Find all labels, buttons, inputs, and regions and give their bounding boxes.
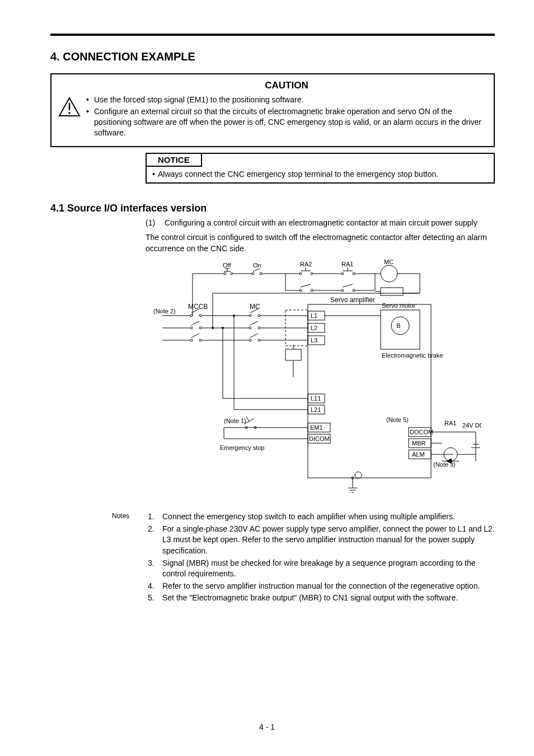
svg-point-73: [249, 339, 251, 341]
svg-point-72: [258, 327, 260, 329]
svg-line-71: [250, 321, 258, 325]
notes-block: Notes 1. Connect the emergency stop swit…: [112, 511, 495, 604]
bullet-icon: •: [152, 169, 158, 180]
svg-rect-126: [381, 310, 420, 349]
bullet-icon: •: [86, 106, 94, 138]
svg-rect-45: [381, 288, 403, 295]
svg-point-67: [249, 314, 251, 317]
para-number: (1): [146, 218, 165, 229]
svg-point-69: [258, 314, 260, 317]
svg-point-55: [190, 327, 193, 329]
svg-line-59: [191, 334, 199, 337]
svg-point-40: [341, 289, 344, 292]
svg-point-15: [231, 273, 233, 275]
svg-point-26: [341, 273, 344, 275]
svg-point-54: [199, 314, 202, 317]
lbl-l3: L3: [311, 337, 317, 344]
note-text: Set the "Electromagnetic brake output" (…: [162, 593, 495, 604]
svg-point-38: [311, 289, 313, 292]
caution-box: CAUTION • Use the forced stop signal (EM…: [50, 73, 495, 147]
svg-point-2: [68, 112, 71, 114]
lbl-note2: (Note 2): [153, 308, 176, 314]
numbered-para: (1) Configuring a control circuit with a…: [146, 218, 495, 229]
svg-point-60: [199, 339, 202, 341]
svg-point-122: [355, 472, 362, 478]
note-text: Signal (MBR) must be checked for wire br…: [162, 558, 495, 580]
svg-point-88: [222, 327, 224, 329]
lbl-24v: 24V DC: [462, 422, 481, 429]
notice-title: NOTICE: [147, 154, 202, 167]
svg-point-90: [233, 314, 235, 317]
svg-point-21: [299, 273, 302, 275]
lbl-ra2: RA2: [300, 261, 312, 267]
lbl-servo-amp: Servo amplifier: [330, 296, 375, 304]
note-num: 3.: [148, 558, 162, 580]
notice-body-text: Always connect the CNC emergency stop te…: [158, 169, 438, 180]
lbl-ra1: RA1: [341, 261, 353, 267]
lbl-mc: MC: [250, 303, 260, 311]
para-body: Configuring a control circuit with an el…: [165, 218, 495, 229]
lbl-ra1-coil: RA1: [444, 420, 456, 426]
svg-line-18: [253, 269, 260, 271]
note-num: 1.: [148, 511, 162, 523]
svg-point-52: [190, 314, 193, 317]
lbl-em1: EM1: [310, 424, 323, 431]
lbl-alm: ALM: [412, 451, 425, 458]
para: The control circuit is configured to swi…: [146, 232, 495, 254]
svg-rect-84: [285, 349, 301, 360]
lbl-docom: DOCOM: [410, 429, 433, 435]
lbl-l2: L2: [311, 325, 317, 331]
lbl-on: On: [253, 262, 261, 269]
lbl-brake: Electromagnetic brake: [382, 352, 443, 359]
page-number: 4 - 1: [0, 722, 534, 731]
caution-item-text: Use the forced stop signal (EM1) to the …: [94, 95, 487, 105]
notice-box: NOTICE • Always connect the CNC emergenc…: [146, 153, 495, 184]
lbl-dicom: DICOM: [309, 435, 330, 442]
lbl-off: Off: [223, 262, 231, 269]
svg-point-24: [311, 273, 313, 275]
caution-item-text: Configure an external circuit so that th…: [94, 106, 487, 138]
lbl-emg: Emergency stop: [220, 444, 264, 451]
svg-point-42: [353, 289, 355, 292]
lbl-l21: L21: [311, 406, 321, 413]
svg-point-57: [199, 327, 202, 329]
note-num: 5.: [148, 593, 162, 604]
caution-title: CAUTION: [86, 80, 487, 91]
svg-line-56: [191, 321, 199, 325]
note-text: Refer to the servo amplifier instruction…: [162, 581, 495, 592]
lbl-mc-coil: MC: [384, 260, 394, 265]
svg-line-37: [301, 284, 311, 287]
lbl-servo-motor: Servo motor: [382, 302, 415, 309]
lbl-b: B: [396, 322, 400, 329]
subsection-title: 4.1 Source I/O interfaces version: [50, 203, 495, 214]
lbl-note5: (Note 5): [386, 416, 409, 423]
svg-line-74: [250, 334, 258, 337]
svg-point-31: [381, 265, 397, 282]
svg-point-19: [260, 273, 262, 275]
lbl-l1: L1: [311, 312, 317, 319]
lbl-mbr: MBR: [412, 440, 426, 447]
svg-point-29: [353, 273, 355, 275]
note-num: 2.: [148, 524, 162, 557]
warning-triangle-icon: [58, 97, 81, 117]
circuit-diagram: MCCB MC Off On RA2 RA1 MC (Note 2) L1 L2…: [140, 260, 495, 500]
notes-label: Notes: [112, 511, 148, 523]
top-rule: [50, 34, 495, 36]
note-text: For a single-phase 230V AC power supply …: [162, 524, 495, 557]
bullet-icon: •: [86, 95, 94, 105]
svg-line-101: [246, 416, 249, 421]
svg-line-41: [343, 284, 353, 287]
lbl-note3: (Note 3): [433, 461, 456, 468]
svg-point-36: [299, 289, 302, 292]
caution-item: • Use the forced stop signal (EM1) to th…: [86, 95, 487, 105]
lbl-note1: (Note 1): [224, 417, 246, 424]
svg-point-11: [224, 273, 226, 275]
svg-point-58: [190, 339, 193, 341]
lbl-l11: L11: [311, 395, 321, 402]
lbl-mccb: MCCB: [188, 303, 208, 311]
svg-point-70: [249, 327, 251, 329]
caution-item: • Configure an external circuit so that …: [86, 106, 487, 138]
section-heading: 4. CONNECTION EXAMPLE: [50, 50, 495, 63]
svg-point-17: [252, 273, 254, 275]
note-text: Connect the emergency stop switch to eac…: [162, 511, 495, 523]
